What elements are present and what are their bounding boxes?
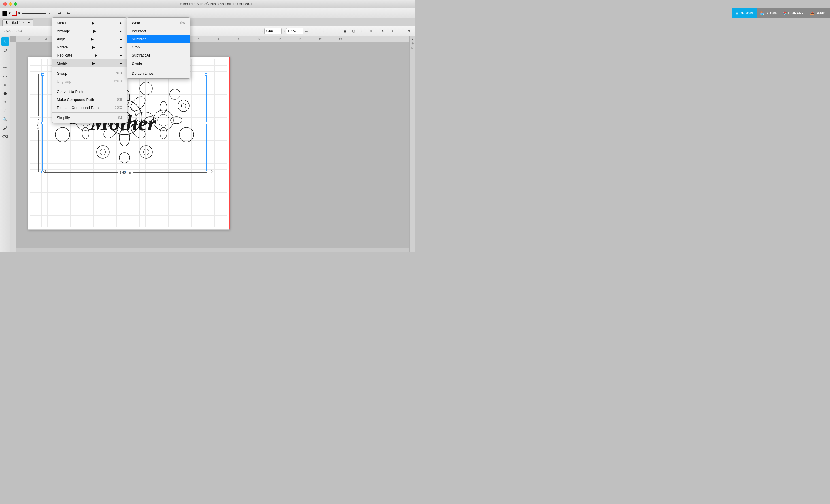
submenu-subtract[interactable]: Subtract <box>127 35 190 43</box>
svg-point-36 <box>170 89 180 99</box>
x-coord-field: X <box>261 28 282 34</box>
rectangle-tool[interactable]: ▭ <box>1 72 9 80</box>
stroke-chevron-icon[interactable]: ▾ <box>18 11 20 15</box>
polygon-tool[interactable]: ⬟ <box>1 89 9 97</box>
ellipse-tool[interactable]: ○ <box>1 81 9 89</box>
tab-label: Untitled-1 <box>6 21 21 25</box>
x-label: X <box>261 29 263 33</box>
submenu-arrow-icon-rotate: ▶ <box>92 45 95 49</box>
flip-h-btn[interactable]: ⇔ <box>358 27 366 35</box>
svg-point-29 <box>97 146 109 158</box>
star-tool[interactable]: ✦ <box>1 98 9 106</box>
menu-item-align[interactable]: Align ▶ <box>52 35 127 43</box>
close-btn[interactable]: ✕ <box>405 27 413 35</box>
submenu-crop[interactable]: Crop <box>127 43 190 51</box>
menu-item-simplify[interactable]: Simplify ⌘J <box>52 114 127 122</box>
menu-item-modify[interactable]: Modify ▶ <box>52 59 127 67</box>
svg-point-19 <box>160 101 167 113</box>
color-picker-area: ▾ ▾ pt <box>2 11 51 16</box>
svg-point-27 <box>55 127 70 142</box>
right-panel-btn-2[interactable]: ⊙ <box>411 42 414 45</box>
tab-close-button[interactable]: ✕ <box>23 21 25 24</box>
x-input[interactable] <box>264 28 282 34</box>
align-btn-2[interactable]: ↔ <box>320 27 328 35</box>
ruler-vertical <box>10 42 16 252</box>
align-btn-3[interactable]: ↕ <box>329 27 337 35</box>
stroke-color[interactable] <box>12 11 17 16</box>
select-tool[interactable]: ↖ <box>1 37 9 45</box>
svg-point-20 <box>160 127 167 139</box>
submenu-detach-lines[interactable]: Detach Lines <box>127 69 190 77</box>
undo-button[interactable]: ↩ <box>55 9 63 17</box>
y-input[interactable] <box>286 28 304 34</box>
menu-item-rotate[interactable]: Rotate ▶ <box>52 43 127 51</box>
draw-tool[interactable]: ✏ <box>1 63 9 71</box>
node-tool[interactable]: ⬡ <box>1 46 9 54</box>
separator-3 <box>52 113 127 113</box>
width-dimension: 9.484 in <box>44 171 206 174</box>
star-btn[interactable]: ★ <box>379 27 387 35</box>
context-menu: Mirror ▶ Arrange ▶ Align ▶ Rotate ▶ Repl… <box>52 17 127 123</box>
right-panel: ★ ⊙ ⬡ <box>409 36 415 252</box>
svg-point-18 <box>158 115 169 126</box>
svg-point-14 <box>82 127 89 139</box>
paint-tool[interactable]: 🖌 <box>1 124 9 132</box>
menu-item-ungroup[interactable]: Ungroup ⇧⌘G <box>52 77 127 85</box>
zoom-tool[interactable]: 🔍 <box>1 115 9 123</box>
flip-v-btn[interactable]: ⇕ <box>367 27 375 35</box>
menu-item-replicate[interactable]: Replicate ▶ <box>52 51 127 59</box>
menu-item-arrange[interactable]: Arrange ▶ <box>52 27 127 35</box>
3d-btn[interactable]: ⬡ <box>396 27 404 35</box>
stroke-width-label: pt <box>48 11 51 15</box>
submenu-arrow-icon: ▶ <box>92 21 95 25</box>
submenu-divide[interactable]: Divide <box>127 59 190 67</box>
submenu-arrow-icon-replicate: ▶ <box>95 53 97 57</box>
group-btn[interactable]: ▣ <box>341 27 349 35</box>
line-tool[interactable]: / <box>1 107 9 115</box>
svg-point-35 <box>140 82 153 95</box>
submenu-intersect[interactable]: Intersect <box>127 27 190 35</box>
svg-point-26 <box>181 103 186 108</box>
left-toolbar: ↖ ⬡ T ✏ ▭ ○ ⬟ ✦ / 🔍 🖌 ⌫ <box>0 36 10 252</box>
submenu-arrow-icon-align: ▶ <box>91 37 94 41</box>
menu-item-group[interactable]: Group ⌘G <box>52 69 127 77</box>
document-tab[interactable]: Untitled-1 ✕ + <box>2 19 33 26</box>
eraser-tool[interactable]: ⌫ <box>1 133 9 141</box>
svg-point-8 <box>128 94 148 114</box>
layers-btn[interactable]: ⊙ <box>387 27 395 35</box>
svg-point-28 <box>179 127 194 142</box>
right-panel-btn-3[interactable]: ⬡ <box>411 46 414 49</box>
y-coord-field: Y <box>283 28 304 34</box>
coord-display: 10.625 , -2.193 <box>2 29 22 33</box>
menu-item-make-compound[interactable]: Make Compound Path ⌘E <box>52 95 127 103</box>
tab-add-button[interactable]: + <box>28 21 30 25</box>
right-panel-btn-1[interactable]: ★ <box>411 37 414 41</box>
menu-item-convert[interactable]: Convert to Path <box>52 87 127 95</box>
svg-point-25 <box>178 100 189 112</box>
align-btn-1[interactable]: ⊞ <box>312 27 320 35</box>
width-arrow-right: ▷ <box>211 169 213 173</box>
fill-color[interactable] <box>2 11 7 16</box>
chevron-down-icon[interactable]: ▾ <box>9 11 11 15</box>
menu-item-release-compound[interactable]: Release Compound Path ⇧⌘E <box>52 103 127 112</box>
text-tool[interactable]: T <box>1 55 9 63</box>
sep3 <box>339 27 339 33</box>
submenu-subtract-all[interactable]: Subtract All <box>127 51 190 59</box>
traffic-lights[interactable] <box>3 2 17 6</box>
zoom-button[interactable] <box>14 2 17 6</box>
unit-label: in <box>305 29 308 33</box>
horizontal-scrollbar[interactable] <box>16 248 409 252</box>
submenu-weld[interactable]: Weld ⇧⌘W <box>127 19 190 27</box>
ungroup-btn[interactable]: ▢ <box>350 27 358 35</box>
submenu-arrow-icon-arrange: ▶ <box>93 29 96 33</box>
svg-point-22 <box>170 117 182 124</box>
menu-item-mirror[interactable]: Mirror ▶ <box>52 19 127 27</box>
redo-button[interactable]: ↪ <box>65 9 73 17</box>
close-button[interactable] <box>3 2 7 6</box>
top-toolbar: ▾ ▾ pt ↩ ↪ <box>0 8 415 19</box>
minimize-button[interactable] <box>9 2 12 6</box>
stroke-width-slider[interactable] <box>23 13 45 14</box>
titlebar: Silhouette Studio® Business Edition: Unt… <box>0 0 415 8</box>
svg-point-33 <box>119 153 130 163</box>
window-title: Silhouette Studio® Business Edition: Unt… <box>180 2 252 6</box>
